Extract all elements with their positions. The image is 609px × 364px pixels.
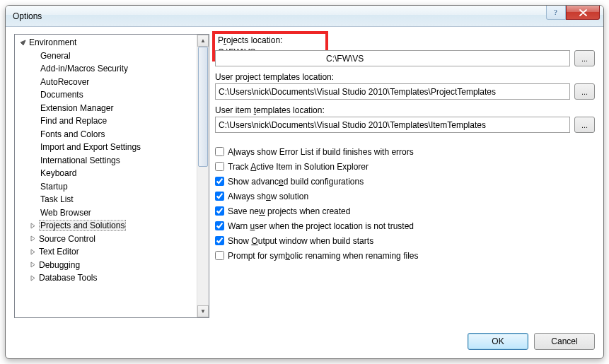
- checkbox-label: Always show solution: [228, 192, 308, 201]
- checkbox-row[interactable]: Always show Error List if build finishes…: [215, 144, 595, 159]
- tree-item-text-editor[interactable]: Text Editor: [15, 245, 197, 259]
- checkbox[interactable]: [215, 221, 224, 230]
- user-project-templates-input[interactable]: [215, 83, 570, 100]
- tree-item-env-child[interactable]: Add-in/Macros Security: [15, 62, 197, 76]
- user-item-templates-label: User item templates location:: [215, 105, 595, 115]
- scroll-thumb[interactable]: [198, 47, 208, 167]
- collapse-icon[interactable]: [18, 37, 28, 47]
- checkbox-row[interactable]: Save new projects when created: [215, 204, 595, 218]
- window-title: Options: [13, 11, 42, 21]
- tree-item-env-child[interactable]: Documents: [15, 88, 197, 102]
- checkbox-label: Show Output window when build starts: [228, 236, 373, 246]
- tree-item-env-child[interactable]: Task List: [15, 193, 197, 206]
- browse-project-templates-button[interactable]: ...: [574, 83, 595, 100]
- checkbox-label: Warn user when the project location is n…: [228, 221, 414, 231]
- tree-item-projects-and-solutions[interactable]: Projects and Solutions: [15, 219, 197, 233]
- expand-icon[interactable]: [28, 273, 37, 283]
- checkbox[interactable]: [215, 177, 224, 186]
- checkbox[interactable]: [215, 162, 224, 171]
- tree-item-env-child[interactable]: Find and Replace: [15, 115, 197, 128]
- options-dialog: Options ? Environment GeneralAdd-in/Macr…: [5, 5, 604, 359]
- tree-scrollbar[interactable]: ▲ ▼: [197, 35, 209, 317]
- tree-item-env-child[interactable]: AutoRecover: [15, 76, 197, 89]
- expand-icon[interactable]: [28, 234, 37, 244]
- tree-item-env-child[interactable]: General: [15, 49, 197, 63]
- checkbox-row[interactable]: Show Output window when build starts: [215, 233, 595, 248]
- tree-item-env-child[interactable]: Extension Manager: [15, 102, 197, 115]
- dialog-button-bar: OK Cancel: [6, 327, 603, 358]
- tree-item-env-child[interactable]: Fonts and Colors: [15, 128, 197, 141]
- expand-icon[interactable]: [28, 260, 37, 270]
- checkbox-label: Save new projects when created: [228, 206, 350, 216]
- tree-item-label: Add-in/Macros Security: [40, 64, 128, 74]
- browse-projects-location-button[interactable]: ...: [574, 50, 595, 66]
- scroll-up-button[interactable]: ▲: [197, 35, 209, 47]
- checkbox-label: Track Active Item in Solution Explorer: [228, 162, 369, 172]
- tree-item-label: Task List: [40, 194, 74, 204]
- ok-button[interactable]: OK: [468, 333, 528, 350]
- cancel-button[interactable]: Cancel: [534, 333, 595, 350]
- tree-item-environment[interactable]: Environment: [15, 36, 197, 49]
- tree-item-env-child[interactable]: Startup: [15, 180, 197, 194]
- checkbox-label: Always show Error List if build finishes…: [228, 147, 414, 157]
- expand-icon[interactable]: [28, 247, 37, 257]
- checkbox[interactable]: [215, 251, 224, 260]
- tree-item-label: Keyboard: [40, 168, 76, 178]
- browse-item-templates-button[interactable]: ...: [574, 117, 595, 133]
- checkbox-label: Prompt for symbolic renaming when renami…: [228, 251, 418, 261]
- projects-location-input[interactable]: [215, 50, 570, 66]
- tree-item-label: International Settings: [40, 155, 120, 165]
- close-button[interactable]: [566, 6, 600, 20]
- titlebar: Options ?: [6, 6, 603, 27]
- tree-item-label: Find and Replace: [40, 116, 107, 126]
- options-tree[interactable]: Environment GeneralAdd-in/Macros Securit…: [14, 34, 209, 318]
- checkbox-row[interactable]: Show advanced build configurations: [215, 174, 595, 189]
- tree-item-env-child[interactable]: International Settings: [15, 154, 197, 168]
- checkbox[interactable]: [215, 192, 224, 201]
- projects-location-label: Projects location:: [218, 35, 323, 45]
- checkbox-label: Show advanced build configurations: [228, 177, 364, 187]
- tree-item-debugging[interactable]: Debugging: [15, 259, 197, 272]
- help-button[interactable]: ?: [546, 6, 566, 20]
- checkbox[interactable]: [215, 236, 224, 245]
- expand-icon[interactable]: [28, 221, 37, 230]
- checkbox-row[interactable]: Track Active Item in Solution Explorer: [215, 159, 595, 174]
- checkbox[interactable]: [215, 147, 224, 156]
- tree-item-env-child[interactable]: Keyboard: [15, 167, 197, 180]
- svg-text:?: ?: [554, 8, 557, 16]
- tree-item-label: Extension Manager: [40, 103, 113, 113]
- tree-item-env-child[interactable]: Web Browser: [15, 206, 197, 220]
- tree-item-source-control[interactable]: Source Control: [15, 233, 197, 246]
- checkbox[interactable]: [215, 206, 224, 216]
- tree-item-label: General: [40, 51, 71, 61]
- scroll-down-button[interactable]: ▼: [197, 305, 209, 317]
- tree-item-label: Startup: [40, 182, 68, 192]
- user-item-templates-input[interactable]: [215, 117, 570, 133]
- tree-item-label: Web Browser: [40, 208, 91, 218]
- checkbox-row[interactable]: Prompt for symbolic renaming when renami…: [215, 248, 595, 263]
- tree-item-label: Import and Export Settings: [40, 142, 141, 152]
- tree-item-label: AutoRecover: [40, 77, 89, 87]
- tree-item-database-tools[interactable]: Database Tools: [15, 271, 197, 285]
- checkbox-row[interactable]: Always show solution: [215, 189, 595, 204]
- tree-item-label: Fonts and Colors: [40, 129, 105, 139]
- checkbox-row[interactable]: Warn user when the project location is n…: [215, 218, 595, 233]
- tree-item-env-child[interactable]: Import and Export Settings: [15, 141, 197, 154]
- user-project-templates-label: User project templates location:: [215, 72, 595, 82]
- settings-panel: Projects location: C:\FW\VS ... User pro…: [215, 34, 595, 320]
- scroll-track[interactable]: [197, 47, 209, 305]
- tree-item-label: Documents: [40, 90, 83, 100]
